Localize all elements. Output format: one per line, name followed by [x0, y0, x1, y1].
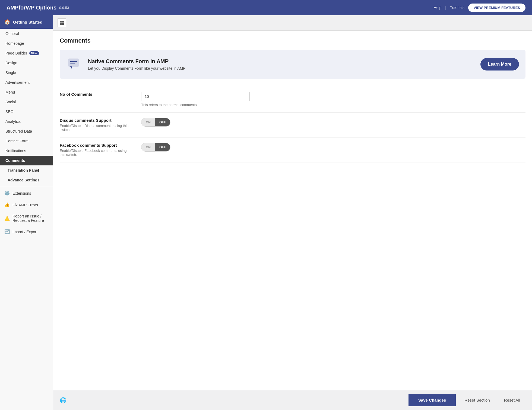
header-right: Help | Tutorials VIEW PREMIUM FEATURES — [433, 4, 525, 12]
warning-icon: ⚠️ — [4, 216, 10, 221]
sidebar-item-general[interactable]: General — [0, 29, 53, 39]
footer-left: 🌐 — [60, 397, 66, 403]
sidebar-item-import-export[interactable]: 🔄 Import / Export — [0, 226, 53, 238]
no-of-comments-label-col: No of Comments — [60, 92, 130, 98]
header-left: AMPforWP Options 0.9.53 — [7, 5, 69, 11]
disqus-hint: Enable/Disable Disqus comments using thi… — [60, 124, 130, 132]
disqus-label: Disqus comments Support — [60, 118, 130, 123]
facebook-label-col: Facebook comments Support Enable/Disable… — [60, 143, 130, 157]
sidebar-item-seo[interactable]: SEO — [0, 107, 53, 117]
page-title: Comments — [60, 37, 525, 44]
footer: 🌐 Save Changes Reset Section Reset All — [53, 390, 532, 410]
app-title: AMPforWP Options — [7, 5, 56, 11]
no-of-comments-control: This refers to the normal comments — [141, 92, 525, 107]
sidebar-divider — [0, 186, 53, 186]
reset-all-button[interactable]: Reset All — [499, 394, 525, 406]
sidebar-item-fix-amp-errors[interactable]: 👍 Fix AMP Errors — [0, 199, 53, 211]
svg-rect-1 — [62, 21, 64, 23]
facebook-toggle-on[interactable]: ON — [141, 143, 155, 151]
main: Comments Native Comments Form in AMP Let… — [53, 15, 532, 410]
facebook-toggle-off[interactable]: OFF — [155, 143, 170, 151]
refresh-icon: 🔄 — [4, 229, 10, 234]
header: AMPforWP Options 0.9.53 Help | Tutorials… — [0, 0, 532, 15]
sidebar-item-menu[interactable]: Menu — [0, 87, 53, 97]
promo-text: Native Comments Form in AMP Let you Disp… — [88, 58, 475, 71]
toolbar-grid-icon[interactable] — [58, 18, 66, 27]
sidebar-item-single[interactable]: Single — [0, 68, 53, 78]
sidebar-item-comments[interactable]: Comments — [0, 156, 53, 165]
sidebar-item-social[interactable]: Social — [0, 97, 53, 107]
facebook-toggle[interactable]: ON OFF — [141, 143, 170, 152]
sidebar-item-getting-started[interactable]: 🏠 Getting Started — [0, 15, 53, 29]
sidebar-item-contact-form[interactable]: Contact Form — [0, 136, 53, 146]
sidebar-item-advance-settings[interactable]: Advance Settings — [0, 175, 53, 185]
sidebar-item-report-issue[interactable]: ⚠️ Report an Issue / Request a Feature — [0, 211, 53, 226]
promo-banner: Native Comments Form in AMP Let you Disp… — [60, 50, 525, 79]
disqus-control: ON OFF — [141, 118, 525, 127]
new-badge: NEW — [29, 51, 39, 55]
facebook-label: Facebook comments Support — [60, 143, 130, 148]
gear-icon: ⚙️ — [4, 191, 10, 196]
main-content: Comments Native Comments Form in AMP Let… — [53, 31, 532, 390]
no-of-comments-label: No of Comments — [60, 92, 130, 97]
view-premium-button[interactable]: VIEW PREMIUM FEATURES — [468, 4, 525, 12]
sidebar-item-homepage[interactable]: Homepage — [0, 39, 53, 48]
svg-rect-3 — [62, 23, 64, 25]
footer-actions: Save Changes Reset Section Reset All — [408, 394, 525, 406]
disqus-label-col: Disqus comments Support Enable/Disable D… — [60, 118, 130, 132]
learn-more-button[interactable]: Learn More — [480, 58, 519, 71]
tutorials-link[interactable]: Tutorials — [450, 5, 464, 10]
facebook-section: Facebook comments Support Enable/Disable… — [60, 137, 525, 162]
home-icon: 🏠 — [4, 19, 10, 25]
facebook-control: ON OFF — [141, 143, 525, 152]
no-of-comments-row: No of Comments This refers to the normal… — [60, 92, 525, 107]
sidebar-item-design[interactable]: Design — [0, 58, 53, 68]
svg-rect-2 — [60, 23, 62, 25]
help-link[interactable]: Help — [433, 5, 441, 10]
header-divider: | — [445, 5, 446, 10]
disqus-toggle-off[interactable]: OFF — [155, 118, 170, 126]
sidebar-item-advertisement[interactable]: Advertisement — [0, 78, 53, 87]
sidebar-item-extensions[interactable]: ⚙️ Extensions — [0, 187, 53, 199]
no-of-comments-section: No of Comments This refers to the normal… — [60, 87, 525, 113]
sidebar-item-translation-panel[interactable]: Translation Panel — [0, 165, 53, 175]
disqus-row: Disqus comments Support Enable/Disable D… — [60, 118, 525, 132]
layout: 🏠 Getting Started General Homepage Page … — [0, 15, 532, 410]
disqus-toggle-on[interactable]: ON — [141, 118, 155, 126]
svg-rect-4 — [68, 59, 79, 66]
app-version: 0.9.53 — [59, 6, 69, 10]
promo-title: Native Comments Form in AMP — [88, 58, 475, 65]
facebook-row: Facebook comments Support Enable/Disable… — [60, 143, 525, 157]
save-changes-button[interactable]: Save Changes — [408, 394, 456, 406]
sidebar-item-structured-data[interactable]: Structured Data — [0, 126, 53, 136]
sidebar-item-analytics[interactable]: Analytics — [0, 117, 53, 126]
globe-icon: 🌐 — [60, 397, 66, 403]
main-toolbar — [53, 15, 532, 31]
promo-description: Let you Display Comments Form like your … — [88, 66, 475, 71]
sidebar-item-page-builder[interactable]: Page Builder NEW — [0, 48, 53, 58]
thumbsup-icon: 👍 — [4, 202, 10, 207]
disqus-section: Disqus comments Support Enable/Disable D… — [60, 113, 525, 137]
sidebar-nav: General Homepage Page Builder NEW Design… — [0, 29, 53, 410]
no-of-comments-hint: This refers to the normal comments — [141, 103, 525, 107]
no-of-comments-input[interactable] — [141, 92, 250, 101]
svg-rect-0 — [60, 21, 62, 23]
disqus-toggle[interactable]: ON OFF — [141, 118, 170, 127]
sidebar: 🏠 Getting Started General Homepage Page … — [0, 15, 53, 410]
reset-section-button[interactable]: Reset Section — [459, 394, 495, 406]
facebook-hint: Enable/Disable Facebook comments using t… — [60, 149, 130, 157]
getting-started-label: Getting Started — [13, 20, 42, 24]
sidebar-item-notifications[interactable]: Notifications — [0, 146, 53, 156]
comments-icon — [66, 56, 83, 72]
